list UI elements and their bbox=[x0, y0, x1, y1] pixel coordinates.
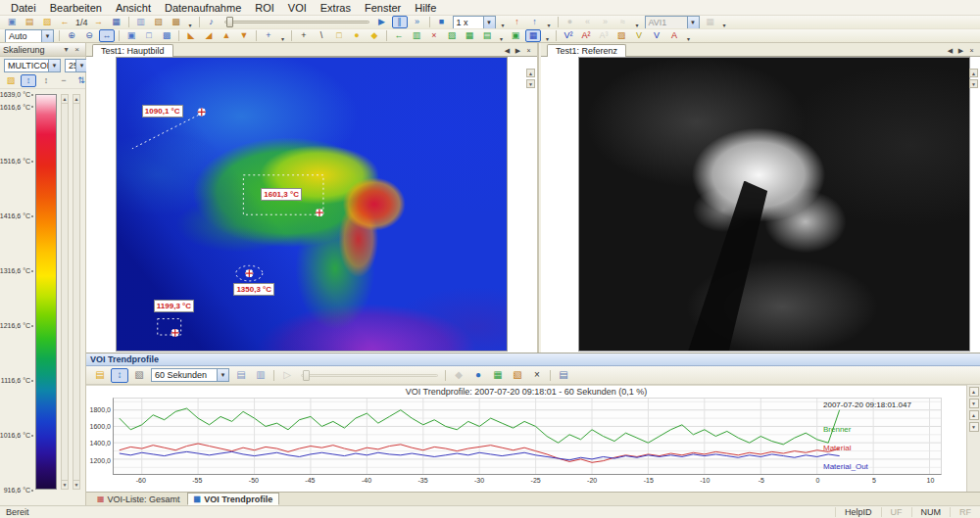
skip-end-button[interactable]: » bbox=[598, 16, 613, 28]
avi-grid-button[interactable]: ▦ bbox=[703, 16, 718, 28]
record-button[interactable]: ● bbox=[563, 16, 578, 28]
avi-overflow-button[interactable]: ▾ bbox=[720, 16, 729, 28]
voi-v2-button[interactable]: V² bbox=[561, 29, 576, 42]
scaling-mode-combo[interactable]: Auto▼ bbox=[5, 29, 54, 43]
next-view-button[interactable]: ▶ bbox=[513, 45, 523, 56]
full-screen-button[interactable]: □ bbox=[141, 29, 157, 42]
zoom-out-button[interactable]: ⊖ bbox=[81, 29, 97, 42]
color-scale-bar[interactable] bbox=[35, 94, 57, 490]
export-report-button[interactable]: ▩ bbox=[169, 16, 184, 28]
close-view-button[interactable]: × bbox=[523, 45, 534, 56]
fast-forward-button[interactable]: » bbox=[410, 16, 425, 28]
palette-overflow-button[interactable]: ▾ bbox=[543, 29, 552, 42]
temperature-annotation[interactable]: 1090,1 °C bbox=[142, 105, 183, 118]
profile-add2-button[interactable]: ▥ bbox=[252, 368, 270, 383]
trend-refresh-button[interactable]: ▷ bbox=[278, 368, 296, 383]
play-button[interactable]: ▶ bbox=[374, 16, 390, 28]
pin-panel-button[interactable]: ▾ bbox=[61, 44, 72, 55]
arrow-down-icon[interactable]: ▼ bbox=[969, 399, 979, 408]
close-panel-button[interactable]: × bbox=[72, 44, 82, 55]
menu-fenster[interactable]: Fenster bbox=[358, 1, 408, 15]
rotate-left-button[interactable]: ◣ bbox=[183, 29, 199, 42]
scale-fix-button[interactable]: − bbox=[56, 74, 72, 87]
menu-datei[interactable]: Datei bbox=[4, 1, 43, 15]
trend-clear-button[interactable]: × bbox=[528, 368, 546, 383]
trend-settings-button[interactable]: ▧ bbox=[130, 368, 148, 383]
chevron-down-icon[interactable]: ▼ bbox=[217, 369, 228, 381]
voi-overflow-button[interactable]: ▾ bbox=[684, 29, 693, 42]
interval-combo[interactable]: 60 Sekunden▼ bbox=[151, 368, 229, 382]
arrow-up-icon[interactable]: ▲ bbox=[526, 69, 535, 77]
open-button[interactable]: ▨ bbox=[39, 16, 55, 28]
copy-button[interactable]: ▥ bbox=[133, 16, 149, 28]
flip-vertical-button[interactable]: ▼ bbox=[236, 29, 252, 42]
voi-show-button[interactable]: V bbox=[631, 29, 647, 42]
save-button[interactable]: ▦ bbox=[109, 16, 124, 28]
avi-combo[interactable]: AVI1▼ bbox=[645, 16, 700, 29]
measure-spot-button[interactable]: + bbox=[296, 29, 312, 42]
arrow-down-icon[interactable]: ▼ bbox=[969, 422, 979, 432]
voi-list-button[interactable]: V bbox=[649, 29, 664, 42]
arrow-down-icon[interactable]: ▼ bbox=[969, 79, 978, 88]
rotate-right-button[interactable]: ◢ bbox=[201, 29, 217, 42]
step-down-button[interactable]: ↑ bbox=[527, 16, 543, 28]
chevron-down-icon[interactable]: ▼ bbox=[483, 17, 495, 28]
arrow-up-icon[interactable]: ▲ bbox=[62, 95, 68, 104]
arrow-up-icon[interactable]: ▲ bbox=[969, 387, 979, 397]
palette-green-button[interactable]: ▣ bbox=[508, 29, 523, 42]
chevron-down-icon[interactable]: ▼ bbox=[687, 17, 699, 28]
arrow-down-icon[interactable]: ▼ bbox=[62, 480, 68, 489]
trend-chart-button[interactable]: ▧ bbox=[509, 368, 526, 383]
menu-extras[interactable]: Extras bbox=[314, 1, 358, 15]
trend-table-button[interactable]: ▦ bbox=[489, 368, 507, 383]
reference-image[interactable] bbox=[579, 58, 969, 351]
stop-button[interactable]: ■ bbox=[434, 16, 450, 28]
menu-roi[interactable]: ROI bbox=[248, 1, 281, 15]
next-frame-button[interactable]: → bbox=[91, 16, 107, 28]
measure-line-button[interactable]: \ bbox=[314, 29, 329, 42]
voi-a3-button[interactable]: A³ bbox=[596, 29, 612, 42]
temperature-annotation[interactable]: 1601,3 °C bbox=[261, 188, 302, 201]
roi-load-button[interactable]: ▤ bbox=[479, 29, 495, 42]
roi-overflow-button[interactable]: ▾ bbox=[497, 29, 506, 42]
new-report-button[interactable]: ▤ bbox=[22, 16, 37, 28]
palette-edit-button[interactable]: ▨ bbox=[3, 74, 19, 87]
legend-item-brenner[interactable]: Brenner bbox=[823, 425, 851, 434]
overlay-button[interactable]: ▩ bbox=[159, 29, 174, 42]
cursor-overflow-button[interactable]: ▾ bbox=[278, 29, 287, 42]
menu-hilfe[interactable]: Hilfe bbox=[408, 1, 443, 15]
palette-blue-button[interactable]: ▦ bbox=[525, 29, 541, 42]
voi-a2-button[interactable]: A² bbox=[578, 29, 594, 42]
levels-combo[interactable]: 256 ▼ bbox=[65, 59, 88, 72]
chevron-down-icon[interactable]: ▼ bbox=[41, 30, 53, 42]
menu-ansicht[interactable]: Ansicht bbox=[109, 1, 158, 15]
trend-plot[interactable] bbox=[113, 398, 942, 475]
new-image-button[interactable]: ▣ bbox=[4, 16, 20, 28]
tab-hauptbild[interactable]: Test1: Hauptbild bbox=[92, 44, 173, 57]
trend-autoscale-button[interactable]: ↕ bbox=[111, 368, 128, 383]
zoom-fit-button[interactable]: ↔ bbox=[99, 29, 115, 42]
zoom-in-button[interactable]: ⊕ bbox=[64, 29, 79, 42]
speed-overflow-button[interactable]: ▾ bbox=[499, 16, 508, 28]
tab-referenz[interactable]: Test1: Referenz bbox=[547, 44, 626, 57]
roi-undo-button[interactable]: ← bbox=[391, 29, 407, 42]
arrow-up-icon[interactable]: ▲ bbox=[969, 410, 979, 420]
menu-voi[interactable]: VOI bbox=[281, 1, 314, 15]
flip-horizontal-button[interactable]: ▲ bbox=[219, 29, 234, 42]
next-view-button[interactable]: ▶ bbox=[956, 45, 966, 56]
export-overflow-button[interactable]: ▾ bbox=[186, 16, 195, 28]
temperature-annotation[interactable]: 1350,3 °C bbox=[233, 283, 274, 296]
legend-item-material_out[interactable]: Material_Out bbox=[823, 462, 868, 471]
temperature-annotation[interactable]: 1199,3 °C bbox=[154, 300, 194, 312]
menu-bearbeiten[interactable]: Bearbeiten bbox=[43, 1, 109, 15]
export-image-button[interactable]: ▧ bbox=[151, 16, 167, 28]
tab-voi-liste-gesamt[interactable]: ▦VOI-Liste: Gesamt bbox=[90, 493, 187, 505]
measure-ellipse-button[interactable]: ● bbox=[349, 29, 365, 42]
prev-view-button[interactable]: ◀ bbox=[945, 45, 956, 56]
menu-datenaufnahme[interactable]: Datenaufnahme bbox=[158, 1, 248, 15]
repeat-button[interactable]: ≈ bbox=[615, 16, 631, 28]
roi-copy-button[interactable]: ▥ bbox=[409, 29, 424, 42]
trend-print-button[interactable]: ▤ bbox=[555, 368, 572, 383]
legend-item-material[interactable]: Material bbox=[823, 444, 851, 452]
cursor-button[interactable]: + bbox=[261, 29, 276, 42]
